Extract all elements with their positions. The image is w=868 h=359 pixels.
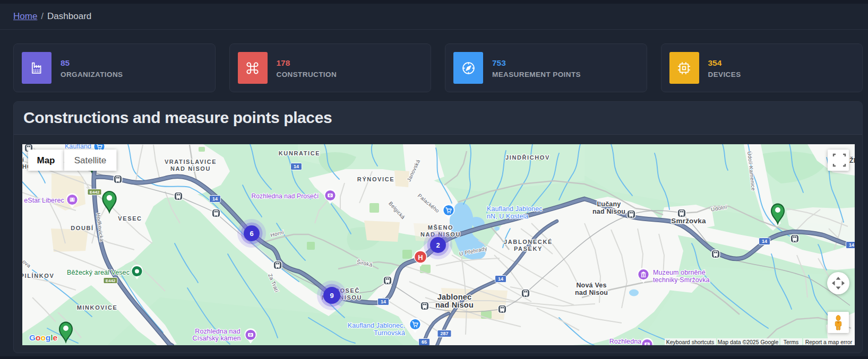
svg-text:nN, U Kostela: nN, U Kostela: [487, 213, 528, 220]
svg-text:Jablonec: Jablonec: [437, 293, 471, 301]
svg-text:eStar Liberec: eStar Liberec: [24, 197, 64, 204]
svg-text:14: 14: [762, 239, 767, 244]
svg-text:Kaufland: Kaufland: [65, 144, 91, 150]
svg-text:RÝNOVICE: RÝNOVICE: [357, 176, 394, 182]
svg-text:14: 14: [294, 164, 299, 169]
svg-text:14: 14: [381, 299, 386, 304]
svg-text:MINKOVICE: MINKOVICE: [77, 304, 118, 311]
svg-text:g: g: [46, 333, 50, 342]
svg-text:2: 2: [436, 241, 440, 249]
svg-text:Keyboard shortcuts: Keyboard shortcuts: [666, 338, 714, 345]
svg-text:DOUBÍ: DOUBÍ: [71, 225, 93, 231]
svg-text:Turnovská: Turnovská: [374, 329, 405, 337]
svg-text:nad Nisou: nad Nisou: [592, 208, 625, 215]
svg-text:14: 14: [212, 196, 218, 202]
svg-text:9: 9: [330, 291, 333, 299]
svg-text:Terms: Terms: [784, 338, 799, 345]
svg-text:e: e: [53, 333, 58, 342]
svg-text:MŠENO: MŠENO: [428, 224, 453, 231]
svg-text:Map: Map: [37, 155, 55, 165]
svg-text:JABLONECKÉ: JABLONECKÉ: [504, 239, 553, 245]
svg-text:Smržovka: Smržovka: [671, 217, 706, 225]
svg-text:65: 65: [422, 339, 427, 345]
svg-text:Rozhledna nad Prosečí: Rozhledna nad Prosečí: [252, 192, 319, 200]
svg-text:Kaufland Jablonec: Kaufland Jablonec: [487, 205, 543, 213]
svg-text:nad Nisou: nad Nisou: [435, 301, 474, 309]
svg-text:NAD NISOU: NAD NISOU: [170, 165, 211, 172]
svg-text:VRATISLAVICE: VRATISLAVICE: [165, 159, 217, 165]
svg-text:E442: E442: [106, 278, 116, 283]
svg-text:Kaufland Jablonec,: Kaufland Jablonec,: [348, 322, 405, 329]
svg-text:Rozhledna nad: Rozhledna nad: [195, 328, 240, 335]
svg-text:í: í: [22, 156, 24, 163]
svg-text:o: o: [36, 333, 40, 342]
svg-text:PASEKY: PASEKY: [514, 246, 543, 252]
svg-text:PILÍNKOV: PILÍNKOV: [22, 273, 54, 279]
svg-text:287: 287: [440, 331, 448, 336]
svg-text:o: o: [40, 333, 45, 342]
svg-text:KUNRATICE: KUNRATICE: [279, 150, 320, 156]
svg-text:H: H: [418, 253, 423, 261]
svg-text:Report a map error: Report a map error: [805, 338, 853, 345]
svg-text:VESEC: VESEC: [118, 215, 142, 222]
svg-text:Rozhledna: Rozhledna: [609, 338, 642, 345]
svg-text:Císařský kámen: Císařský kámen: [192, 335, 240, 342]
svg-text:14: 14: [498, 276, 503, 282]
svg-text:nad Nisou: nad Nisou: [575, 289, 608, 296]
svg-text:14: 14: [849, 242, 854, 248]
svg-text:Žl: Žl: [849, 156, 855, 164]
svg-text:JINDŘICHOV: JINDŘICHOV: [505, 154, 550, 161]
svg-text:G: G: [29, 333, 36, 342]
svg-text:Satellite: Satellite: [74, 155, 106, 165]
svg-text:Map data ©2025 Google: Map data ©2025 Google: [718, 338, 779, 345]
svg-text:Muzeum obrněné: Muzeum obrněné: [653, 269, 706, 276]
svg-text:Běžecký areál Vesec: Běžecký areál Vesec: [67, 269, 130, 276]
svg-text:6: 6: [250, 229, 253, 237]
svg-text:Nová Ves: Nová Ves: [576, 282, 606, 289]
svg-text:Lučany: Lučany: [597, 200, 621, 208]
svg-text:E442: E442: [90, 190, 100, 195]
svg-text:techniky Smržovka: techniky Smržovka: [653, 276, 710, 284]
